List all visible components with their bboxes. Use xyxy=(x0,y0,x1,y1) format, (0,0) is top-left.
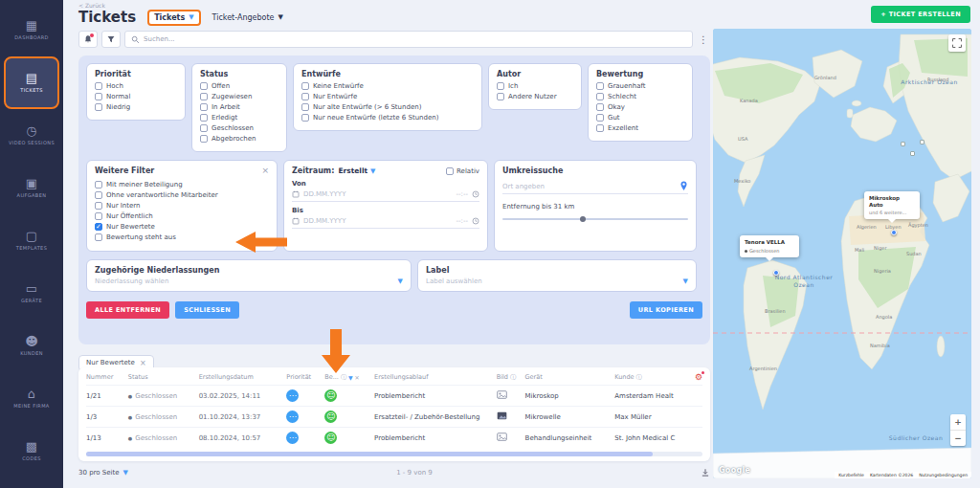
checkbox[interactable] xyxy=(95,93,102,100)
sidebar-item-codes[interactable]: ▩ CODES xyxy=(0,425,63,477)
option-label[interactable]: Nur Intern xyxy=(106,202,141,210)
back-link[interactable]: < Zurück xyxy=(78,2,105,9)
label-select[interactable]: Label auswählen ▼ xyxy=(426,277,688,285)
map-popup-tenora[interactable]: Tenora VELLA Geschlossen xyxy=(740,235,799,257)
option-label[interactable]: Nur Bewertete xyxy=(106,223,155,231)
info-icon[interactable]: ⓘ xyxy=(636,373,642,382)
option-label[interactable]: Grauenhaft xyxy=(608,82,646,90)
table-row[interactable]: 1/21 ●Geschlossen 03.02.2025, 14:11 ⋯ ☺ … xyxy=(86,385,702,406)
checkbox[interactable] xyxy=(200,103,208,111)
checkbox[interactable] xyxy=(497,93,504,100)
info-icon[interactable]: ⓘ xyxy=(341,373,346,382)
option-label[interactable]: Nur neue Entwürfe (letzte 6 Stunden) xyxy=(313,114,438,122)
sidebar-item-video-sessions[interactable]: ◷ VIDEO SESSIONS xyxy=(0,109,63,162)
remove-all-filters-button[interactable]: ALLE ENTFERNEN xyxy=(86,301,169,319)
close-icon[interactable]: × xyxy=(140,359,146,367)
option-label[interactable]: Schlecht xyxy=(608,93,636,100)
checkbox-checked[interactable] xyxy=(95,223,102,231)
fullscreen-button[interactable] xyxy=(948,34,966,52)
checkbox[interactable] xyxy=(301,93,309,100)
column-header-erstellungsablauf[interactable]: Erstellungsablauf xyxy=(374,373,497,381)
sidebar-item-dashboard[interactable]: ▦ DASHBOARD xyxy=(0,4,63,56)
option-label[interactable]: Geschlossen xyxy=(212,124,254,132)
option-label[interactable]: Nur Entwürfe xyxy=(313,93,357,100)
column-header-geraet[interactable]: Gerät xyxy=(525,373,615,381)
map-shortcuts-link[interactable]: Kurzbefehle xyxy=(838,473,864,477)
tickets-dropdown[interactable]: Tickets ▼ xyxy=(147,10,200,26)
option-label[interactable]: Keine Entwürfe xyxy=(313,82,364,90)
distance-slider[interactable] xyxy=(502,218,688,220)
checkbox[interactable] xyxy=(596,124,604,132)
filter-button[interactable] xyxy=(101,31,121,48)
horizontal-scrollbar[interactable] xyxy=(86,452,702,456)
notification-button[interactable] xyxy=(78,31,98,48)
sidebar-item-kunden[interactable]: ☻ KUNDEN xyxy=(0,320,63,372)
option-label[interactable]: Ich xyxy=(508,82,518,90)
ort-input[interactable] xyxy=(502,183,676,190)
map-mini-marker[interactable] xyxy=(920,140,924,144)
sidebar-item-meine-firma[interactable]: ⌂ MEINE FIRMA xyxy=(0,372,63,425)
option-label[interactable]: Nur Öffentlich xyxy=(106,212,153,220)
create-ticket-button[interactable]: + TICKET ERSTELLEN xyxy=(871,6,970,23)
checkbox[interactable] xyxy=(301,114,309,122)
option-label[interactable]: Hoch xyxy=(106,82,123,90)
checkbox[interactable] xyxy=(301,103,309,111)
copy-url-button[interactable]: URL KOPIEREN xyxy=(630,301,702,319)
sidebar-item-tickets[interactable]: ▤ TICKETS xyxy=(4,56,59,109)
checkbox[interactable] xyxy=(95,212,102,220)
niederlassung-select[interactable]: Niederlassung wählen ▼ xyxy=(95,277,403,285)
option-label[interactable]: Offen xyxy=(212,82,230,90)
zoom-in-button[interactable]: + xyxy=(950,414,966,430)
checkbox[interactable] xyxy=(95,181,102,189)
map-marker[interactable] xyxy=(891,230,897,235)
sort-desc-icon[interactable]: ▼ xyxy=(348,374,353,381)
map-mini-marker[interactable] xyxy=(910,151,915,156)
option-label[interactable]: Abgebrochen xyxy=(212,135,256,143)
table-row[interactable]: 1/3 ●Geschlossen 01.10.2024, 13:37 ⋯ ☺ E… xyxy=(86,406,702,427)
gear-icon[interactable]: ⚙ xyxy=(695,372,702,382)
checkbox[interactable] xyxy=(200,93,208,100)
option-label[interactable]: Andere Nutzer xyxy=(508,93,557,100)
option-label[interactable]: Nur alte Entwürfe (> 6 Stunden) xyxy=(313,103,421,111)
sidebar-item-templates[interactable]: ▢ TEMPLATES xyxy=(0,214,63,267)
option-label[interactable]: Exzellent xyxy=(608,124,638,132)
option-label[interactable]: In Arbeit xyxy=(212,103,240,111)
info-icon[interactable]: ⓘ xyxy=(510,373,516,382)
column-header-status[interactable]: Status xyxy=(128,373,199,381)
checkbox[interactable] xyxy=(446,167,454,175)
option-label[interactable]: Zugewiesen xyxy=(212,93,252,100)
column-header-nummer[interactable]: Nummer xyxy=(86,373,128,381)
checkbox[interactable] xyxy=(596,114,604,122)
map-panel[interactable]: Arktischer Ozean Nord Atlantischer Ozean… xyxy=(713,29,971,478)
download-button[interactable] xyxy=(701,468,710,477)
option-label[interactable]: Niedrig xyxy=(106,103,130,111)
option-label[interactable]: Gut xyxy=(608,114,620,122)
close-filters-button[interactable]: SCHLIESSEN xyxy=(175,301,239,319)
map-popup-mikroskop[interactable]: Mikroskop Auto und 6 weitere... xyxy=(864,191,920,219)
checkbox[interactable] xyxy=(301,82,309,90)
checkbox[interactable] xyxy=(596,103,604,111)
von-date-field[interactable]: DD.MM.YYYY --:-- xyxy=(292,188,479,202)
checkbox[interactable] xyxy=(95,233,102,241)
checkbox[interactable] xyxy=(95,82,102,90)
close-icon[interactable]: × xyxy=(261,166,269,175)
column-header-kunde[interactable]: Kundeⓘ xyxy=(614,373,685,382)
map-marker[interactable] xyxy=(773,270,779,276)
checkbox[interactable] xyxy=(200,82,208,90)
column-header-prioritaet[interactable]: Priorität xyxy=(286,373,324,381)
map-mini-marker[interactable] xyxy=(901,142,905,146)
search-input[interactable] xyxy=(144,35,686,43)
list-menu-button[interactable]: ⋮ xyxy=(697,31,710,48)
map-terms-link[interactable]: Nutzungsbedingungen xyxy=(919,473,968,477)
checkbox[interactable] xyxy=(200,135,208,143)
bis-date-field[interactable]: DD.MM.YYYY --:-- xyxy=(292,214,479,229)
zoom-out-button[interactable]: − xyxy=(950,431,966,446)
per-page-select[interactable]: 30 pro Seite ▼ xyxy=(78,469,128,477)
scrollbar-thumb[interactable] xyxy=(86,452,653,456)
checkbox[interactable] xyxy=(95,191,102,199)
checkbox[interactable] xyxy=(497,82,504,90)
checkbox[interactable] xyxy=(200,114,208,122)
table-row[interactable]: 1/13 ●Geschlossen 08.10.2024, 10:57 ⋯ ☺ … xyxy=(86,427,702,448)
checkbox[interactable] xyxy=(596,82,604,90)
relativ-checkbox-row[interactable]: Relativ xyxy=(446,167,479,175)
